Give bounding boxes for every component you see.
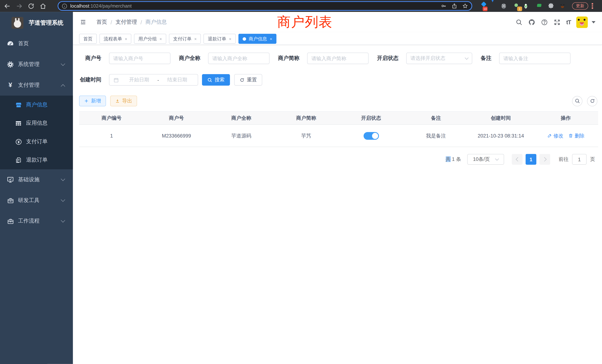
chevron-down-icon — [61, 177, 65, 181]
app: 芋道管理系统 首页 系统管理 ¥ 支付管理 商户信息 — [0, 12, 602, 364]
user-menu-caret-icon[interactable] — [592, 21, 595, 23]
user-avatar[interactable] — [576, 16, 588, 28]
status-select[interactable]: 请选择开启状态 — [406, 53, 472, 64]
fullscreen-icon[interactable] — [554, 19, 560, 25]
extension-icon[interactable]: 10 — [478, 2, 486, 10]
sidebar-item-app-info[interactable]: 应用信息 — [0, 114, 73, 132]
extension-emoji-icon[interactable] — [559, 2, 566, 10]
tab-home[interactable]: 首页 — [79, 34, 97, 44]
sidebar-item-home[interactable]: 首页 — [0, 33, 73, 54]
home-icon[interactable] — [40, 2, 46, 9]
date-range-picker[interactable]: 开始日期 - 结束日期 — [109, 74, 198, 86]
shop-icon — [14, 101, 23, 109]
share-icon[interactable] — [452, 3, 457, 9]
tab-user-group[interactable]: 用户分组× — [134, 34, 166, 44]
collapse-menu-icon[interactable] — [79, 19, 87, 25]
browser-menu-icon[interactable] — [592, 3, 593, 9]
short-name-input[interactable] — [307, 53, 368, 64]
column-header: 操作 — [533, 115, 598, 121]
breadcrumb-item[interactable]: 支付管理 — [116, 19, 137, 25]
column-header: 商户编号 — [79, 115, 144, 121]
chevron-down-icon — [495, 157, 499, 161]
sidebar-item-refund-orders[interactable]: 退款订单 — [0, 151, 73, 169]
date-start-placeholder: 开始日期 — [122, 76, 156, 83]
extension-chat-icon[interactable] — [536, 2, 543, 10]
bookmark-star-icon[interactable] — [462, 3, 468, 9]
tab-bar: 首页 流程表单× 用户分组× 支付订单× 退款订单× 商户信息× — [73, 32, 602, 45]
breadcrumb-separator: / — [111, 19, 112, 25]
status-toggle[interactable] — [364, 132, 379, 139]
toolbox-icon — [6, 196, 15, 205]
search-icon — [575, 98, 580, 104]
delete-link[interactable]: 删除 — [568, 132, 585, 139]
chevron-down-icon — [465, 56, 469, 60]
merchant-no-input[interactable] — [109, 53, 170, 64]
breadcrumb-item[interactable]: 首页 — [96, 19, 107, 25]
table-header-row: 商户编号 商户号 商户全称 商户简称 开启状态 备注 创建时间 操作 — [79, 112, 598, 125]
github-icon[interactable] — [528, 19, 535, 25]
prev-page-button[interactable] — [512, 154, 523, 165]
forward-icon[interactable] — [16, 2, 23, 9]
sidebar-item-payment[interactable]: ¥ 支付管理 — [0, 75, 73, 96]
tab-pay-orders[interactable]: 支付订单× — [169, 34, 201, 44]
chevron-right-icon — [542, 157, 546, 161]
tab-merchant-info[interactable]: 商户信息× — [238, 34, 277, 44]
back-icon[interactable] — [4, 2, 11, 9]
sidebar-item-label: 工作流程 — [18, 218, 40, 225]
page-number-current[interactable]: 1 — [526, 154, 536, 165]
help-icon[interactable] — [541, 19, 548, 25]
address-bar[interactable]: localhost:1024/pay/merchant — [58, 1, 472, 11]
export-button[interactable]: 导出 — [110, 96, 137, 106]
plus-icon — [84, 99, 89, 103]
sidebar-item-merchant-info[interactable]: 商户信息 — [0, 96, 73, 114]
add-button[interactable]: 新增 — [79, 96, 106, 106]
logo[interactable]: 芋道管理系统 — [0, 12, 73, 33]
extension-command-icon[interactable]: ⌘ — [501, 2, 509, 10]
sidebar-item-dev-tools[interactable]: 研发工具 — [0, 190, 73, 211]
search-icon[interactable] — [516, 19, 523, 25]
tab-refund-orders[interactable]: 退款订单× — [204, 34, 236, 44]
field-merchant-no: 商户号 — [79, 53, 171, 64]
font-size-icon[interactable]: tT — [566, 19, 571, 25]
merchant-table: 商户编号 商户号 商户全称 商户简称 开启状态 备注 创建时间 操作 1 M23… — [79, 111, 598, 147]
full-name-input[interactable] — [208, 53, 269, 64]
goto-label: 前往 — [559, 156, 569, 163]
logo-avatar — [11, 17, 23, 29]
remark-input[interactable] — [499, 53, 570, 64]
download-icon — [115, 99, 120, 103]
site-info-icon[interactable] — [62, 3, 67, 9]
reset-button[interactable]: 重置 — [234, 74, 262, 86]
password-key-icon[interactable] — [441, 3, 447, 9]
goto-page-input[interactable] — [572, 154, 587, 165]
refresh-table-button[interactable] — [587, 96, 597, 106]
field-status: 开启状态 请选择开启状态 — [377, 53, 472, 64]
extension-circle-icon[interactable]: 1 — [513, 2, 520, 10]
sidebar-item-system[interactable]: 系统管理 — [0, 54, 73, 75]
table-tools — [572, 96, 598, 106]
close-icon[interactable]: × — [125, 36, 127, 41]
sidebar-item-pay-orders[interactable]: 支付订单 — [0, 132, 73, 151]
extension-v-icon[interactable]: V — [525, 2, 532, 10]
cell-merchant-no: M233666999 — [144, 133, 209, 139]
close-icon[interactable]: × — [270, 36, 272, 41]
edit-link[interactable]: 修改 — [547, 132, 563, 139]
search-button[interactable]: 搜索 — [202, 74, 230, 86]
column-header: 商户全称 — [209, 115, 274, 121]
date-end-placeholder: 结束日期 — [161, 76, 194, 83]
tab-process-form[interactable]: 流程表单× — [99, 34, 132, 44]
pagination: 共 1 条 10条/页 1 前往 页 — [79, 154, 598, 165]
next-page-button[interactable] — [539, 154, 550, 165]
extensions-puzzle-icon[interactable] — [548, 2, 555, 10]
close-icon[interactable]: × — [194, 36, 197, 41]
sidebar-item-workflow[interactable]: 工作流程 — [0, 211, 73, 232]
close-icon[interactable]: × — [160, 36, 162, 41]
show-search-button[interactable] — [572, 96, 582, 106]
refresh-icon[interactable] — [28, 2, 34, 9]
sidebar-item-infrastructure[interactable]: 基础设施 — [0, 169, 73, 190]
extension-gem-icon[interactable] — [490, 2, 497, 10]
browser-update-button[interactable]: 更新 — [572, 2, 588, 10]
page-size-select[interactable]: 10条/页 — [467, 154, 504, 165]
briefcase-icon — [6, 217, 15, 225]
close-icon[interactable]: × — [229, 36, 231, 41]
edit-icon — [547, 133, 552, 138]
